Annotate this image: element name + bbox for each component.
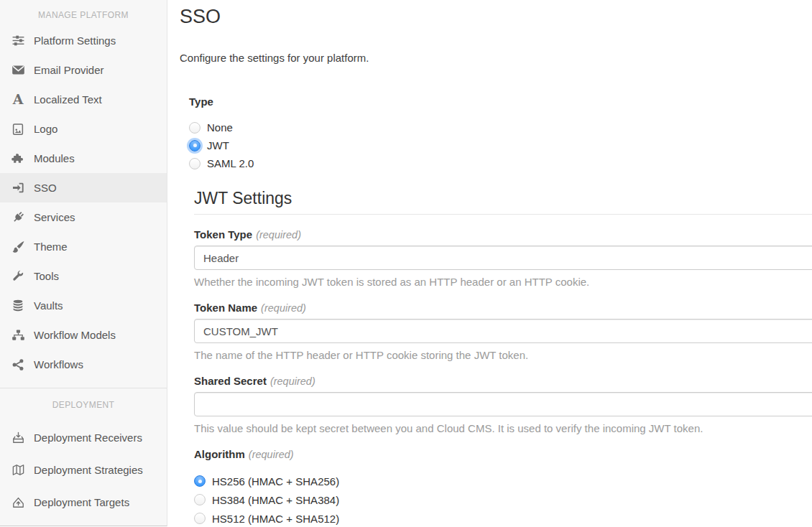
radio-label: JWT bbox=[207, 139, 229, 151]
sidebar-item-deployment-targets[interactable]: Deployment Targets bbox=[0, 486, 167, 518]
sidebar-item-email-provider[interactable]: Email Provider bbox=[0, 55, 167, 85]
type-option-none[interactable]: None bbox=[189, 118, 812, 136]
jwt-settings-heading: JWT Settings bbox=[194, 189, 812, 215]
token-name-label: Token Name(required) bbox=[194, 302, 812, 314]
database-icon bbox=[10, 298, 26, 314]
radio-hs256-icon[interactable] bbox=[194, 475, 206, 487]
page-title: SSO bbox=[180, 6, 812, 28]
deployment-receiver-icon bbox=[10, 430, 26, 446]
type-label: Type bbox=[189, 95, 812, 108]
sidebar-item-workflow-models[interactable]: Workflow Models bbox=[0, 320, 167, 350]
sidebar-item-label: Email Provider bbox=[34, 64, 104, 76]
field-label-text: Token Type bbox=[194, 228, 252, 241]
sidebar-item-platform-settings[interactable]: Platform Settings bbox=[0, 26, 167, 55]
sidebar-item-label: SSO bbox=[34, 182, 57, 194]
algorithm-option-hs256[interactable]: HS256 (HMAC + SHA256) bbox=[194, 472, 812, 490]
required-note: (required) bbox=[270, 376, 315, 387]
sidebar-item-localized-text[interactable]: A Localized Text bbox=[0, 85, 167, 114]
image-icon bbox=[10, 121, 26, 137]
type-field: Type None JWT SAML 2.0 bbox=[189, 95, 812, 172]
sidebar-item-label: Workflows bbox=[34, 358, 83, 370]
paint-brush-icon bbox=[10, 239, 26, 255]
deployment-target-icon bbox=[10, 495, 26, 510]
radio-label: HS384 (HMAC + SHA384) bbox=[212, 494, 339, 506]
required-note: (required) bbox=[249, 449, 294, 460]
sidebar-item-label: Platform Settings bbox=[34, 34, 116, 47]
shared-secret-field: Shared Secret(required) This value shoul… bbox=[194, 375, 812, 434]
section-header-manage-platform: MANAGE PLATFORM bbox=[0, 0, 167, 26]
algorithm-radio-group: HS256 (HMAC + SHA256) HS384 (HMAC + SHA3… bbox=[194, 472, 812, 527]
radio-label: HS256 (HMAC + SHA256) bbox=[212, 475, 339, 488]
algorithm-option-hs512[interactable]: HS512 (HMAC + SHA512) bbox=[194, 509, 812, 527]
sidebar-item-label: Deployment Receivers bbox=[34, 432, 142, 444]
sidebar-item-deployment-receivers[interactable]: Deployment Receivers bbox=[0, 421, 167, 454]
sign-in-icon bbox=[10, 180, 26, 196]
token-type-input[interactable] bbox=[194, 246, 812, 270]
shared-secret-input[interactable] bbox=[194, 392, 812, 416]
radio-label: SAML 2.0 bbox=[207, 157, 254, 169]
sidebar-item-label: Deployment Strategies bbox=[34, 464, 143, 476]
sso-form: Type None JWT SAML 2.0 JWT Settings bbox=[189, 95, 812, 527]
radio-hs512-icon[interactable] bbox=[194, 513, 206, 524]
field-label-text: Shared Secret bbox=[194, 375, 267, 387]
sidebar-item-tools[interactable]: Tools bbox=[0, 261, 167, 291]
token-type-field: Token Type(required) Whether the incomin… bbox=[194, 228, 812, 288]
field-label-text: Token Name bbox=[194, 302, 257, 314]
radio-hs384-icon[interactable] bbox=[194, 494, 206, 505]
sitemap-icon bbox=[10, 327, 26, 343]
plug-icon bbox=[10, 210, 26, 225]
sidebar-item-label: Workflow Models bbox=[34, 329, 116, 341]
envelope-icon bbox=[10, 62, 26, 78]
map-icon bbox=[10, 462, 26, 478]
share-icon bbox=[10, 357, 26, 373]
algorithm-label: Algorithm(required) bbox=[194, 448, 812, 460]
token-name-input[interactable] bbox=[194, 319, 812, 343]
token-name-field: Token Name(required) The name of the HTT… bbox=[194, 302, 812, 361]
sidebar-item-label: Logo bbox=[34, 123, 57, 135]
page-subtitle: Configure the settings for your platform… bbox=[180, 52, 812, 64]
algorithm-field: Algorithm(required) HS256 (HMAC + SHA256… bbox=[194, 448, 812, 527]
sidebar-item-logo[interactable]: Logo bbox=[0, 114, 167, 144]
field-label-text: Algorithm bbox=[194, 448, 245, 460]
sidebar-item-label: Theme bbox=[34, 241, 68, 253]
sidebar-item-modules[interactable]: Modules bbox=[0, 144, 167, 173]
section-header-deployment: DEPLOYMENT bbox=[0, 388, 167, 421]
radio-jwt-icon[interactable] bbox=[189, 140, 200, 151]
sidebar-item-label: Services bbox=[34, 211, 75, 223]
sidebar: MANAGE PLATFORM Platform Settings Email … bbox=[0, 0, 167, 526]
puzzle-icon bbox=[10, 151, 26, 167]
sidebar-item-services[interactable]: Services bbox=[0, 202, 167, 232]
sidebar-item-sso[interactable]: SSO bbox=[0, 173, 167, 202]
radio-label: HS512 (HMAC + SHA512) bbox=[212, 513, 339, 525]
shared-secret-help: This value should be kept secret between… bbox=[194, 422, 812, 434]
sidebar-item-label: Modules bbox=[34, 152, 75, 164]
sidebar-item-label: Localized Text bbox=[34, 93, 102, 106]
sidebar-item-label: Deployment Targets bbox=[34, 496, 129, 508]
sidebar-item-label: Tools bbox=[34, 270, 59, 282]
shared-secret-label: Shared Secret(required) bbox=[194, 375, 812, 387]
sidebar-item-vaults[interactable]: Vaults bbox=[0, 291, 167, 320]
radio-label: None bbox=[207, 121, 233, 134]
radio-saml-icon[interactable] bbox=[189, 158, 200, 169]
wrench-icon bbox=[10, 269, 26, 284]
main-content: SSO Configure the settings for your plat… bbox=[168, 0, 812, 527]
algorithm-option-hs384[interactable]: HS384 (HMAC + SHA384) bbox=[194, 490, 812, 509]
radio-none-icon[interactable] bbox=[189, 122, 200, 134]
type-option-saml[interactable]: SAML 2.0 bbox=[189, 154, 812, 172]
font-icon: A bbox=[10, 92, 26, 108]
required-note: (required) bbox=[256, 229, 301, 241]
sidebar-item-workflows[interactable]: Workflows bbox=[0, 350, 167, 379]
token-type-label: Token Type(required) bbox=[194, 228, 812, 241]
sidebar-item-label: Vaults bbox=[34, 299, 63, 312]
type-radio-group: None JWT SAML 2.0 bbox=[189, 118, 812, 172]
sidebar-item-theme[interactable]: Theme bbox=[0, 232, 167, 261]
required-note: (required) bbox=[261, 302, 306, 314]
token-name-help: The name of the HTTP header or HTTP cook… bbox=[194, 349, 812, 361]
sliders-icon bbox=[10, 33, 26, 49]
type-option-jwt[interactable]: JWT bbox=[189, 136, 812, 154]
token-type-help: Whether the incoming JWT token is stored… bbox=[194, 276, 812, 288]
sidebar-item-deployment-strategies[interactable]: Deployment Strategies bbox=[0, 454, 167, 486]
jwt-settings-section: JWT Settings Token Type(required) Whethe… bbox=[194, 189, 812, 527]
